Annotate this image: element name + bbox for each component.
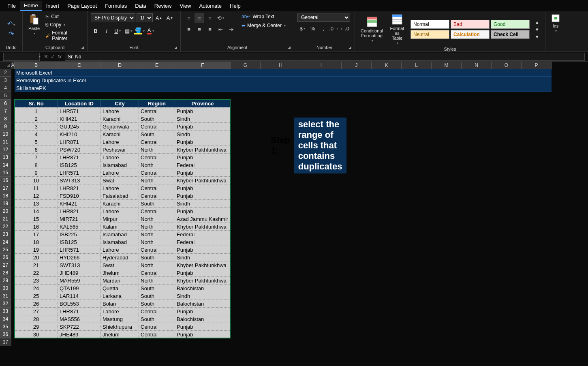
- cell[interactable]: Karachi: [101, 200, 139, 208]
- menu-page-layout[interactable]: Page Layout: [63, 1, 101, 11]
- cell[interactable]: Punjab: [175, 138, 231, 146]
- cell[interactable]: Khyber Pakhtunkhwa: [175, 261, 231, 269]
- cell[interactable]: SWT313: [58, 177, 101, 184]
- style-calculation[interactable]: Calculation: [451, 30, 490, 39]
- style-check-cell[interactable]: Check Cell: [491, 30, 530, 39]
- cell[interactable]: Central: [139, 138, 175, 146]
- decrease-font-icon[interactable]: A▼: [165, 13, 175, 23]
- cell[interactable]: Central: [139, 208, 175, 215]
- increase-decimal-icon[interactable]: .0→: [329, 24, 339, 33]
- cell[interactable]: Punjab: [175, 323, 231, 331]
- styles-scroll-up[interactable]: ▴: [532, 19, 542, 26]
- cell[interactable]: JHE489: [58, 269, 101, 277]
- align-center-icon[interactable]: ≡: [195, 24, 204, 34]
- cell[interactable]: LHR571: [58, 169, 101, 177]
- col-header-E[interactable]: E: [139, 62, 175, 69]
- cell[interactable]: Microsoft Excel: [15, 69, 552, 77]
- cell[interactable]: North: [139, 146, 175, 154]
- cell[interactable]: 10: [15, 177, 58, 184]
- row-header-21[interactable]: 21: [0, 215, 11, 223]
- cell[interactable]: 11: [15, 184, 58, 192]
- cell[interactable]: South: [139, 200, 175, 208]
- cell[interactable]: Sindh: [175, 292, 231, 300]
- cell[interactable]: 7: [15, 154, 58, 161]
- row-header-14[interactable]: 14: [0, 161, 11, 169]
- row-header-29[interactable]: 29: [0, 277, 11, 285]
- row-header-34[interactable]: 34: [0, 315, 11, 323]
- name-box[interactable]: [3, 53, 40, 61]
- cell[interactable]: Lahore: [101, 184, 139, 192]
- cell[interactable]: 3: [15, 123, 58, 131]
- cell[interactable]: 14: [15, 208, 58, 215]
- cell[interactable]: LHR571: [58, 246, 101, 254]
- cell[interactable]: Faisalabad: [101, 192, 139, 200]
- row-header-19[interactable]: 19: [0, 200, 11, 208]
- cell[interactable]: Quetta: [101, 285, 139, 292]
- decrease-indent-icon[interactable]: ⇤: [216, 24, 225, 34]
- cell[interactable]: 5: [15, 138, 58, 146]
- col-header-H[interactable]: H: [261, 62, 301, 69]
- row-header-32[interactable]: 32: [0, 300, 11, 308]
- cell[interactable]: 15: [15, 215, 58, 223]
- cell[interactable]: South: [139, 115, 175, 123]
- row-header-26[interactable]: 26: [0, 254, 11, 261]
- cell[interactable]: PSW720: [58, 146, 101, 154]
- col-header-K[interactable]: K: [372, 62, 402, 69]
- cell[interactable]: Lahore: [101, 308, 139, 315]
- cell[interactable]: 19: [15, 246, 58, 254]
- row-header-24[interactable]: 24: [0, 238, 11, 246]
- menu-review[interactable]: Review: [150, 1, 176, 11]
- cell[interactable]: North: [139, 261, 175, 269]
- row-header-11[interactable]: 11: [0, 138, 11, 146]
- cell[interactable]: Gujranwala: [101, 123, 139, 131]
- cell[interactable]: Larkana: [101, 292, 139, 300]
- cell[interactable]: Punjab: [175, 169, 231, 177]
- cell[interactable]: LHR871: [58, 308, 101, 315]
- border-button[interactable]: ▦▾: [124, 26, 133, 36]
- cell[interactable]: 16: [15, 223, 58, 231]
- cell[interactable]: Lahore: [101, 154, 139, 161]
- cell[interactable]: Central: [139, 246, 175, 254]
- cell[interactable]: Karachi: [101, 131, 139, 138]
- increase-font-icon[interactable]: A▲: [154, 13, 164, 23]
- menu-insert[interactable]: Insert: [42, 1, 64, 11]
- align-left-icon[interactable]: ≡: [184, 24, 194, 34]
- align-top-icon[interactable]: ≡: [184, 13, 194, 23]
- cell[interactable]: Punjab: [175, 107, 231, 115]
- cell[interactable]: Punjab: [175, 184, 231, 192]
- cell[interactable]: 20: [15, 254, 58, 261]
- merge-center-button[interactable]: ⬌Merge & Center▾: [240, 22, 287, 29]
- cell[interactable]: Islamabad: [101, 231, 139, 238]
- cell[interactable]: South: [139, 292, 175, 300]
- col-header-A[interactable]: A: [11, 62, 15, 69]
- col-header-F[interactable]: F: [175, 62, 231, 69]
- format-as-table-button[interactable]: Format as Table▾: [387, 13, 407, 46]
- insert-cells-button[interactable]: Ins▾: [549, 13, 562, 34]
- cell[interactable]: LAR114: [58, 292, 101, 300]
- font-dialog-launcher[interactable]: ◢: [174, 45, 179, 50]
- cell[interactable]: Jhelum: [101, 331, 139, 338]
- cell[interactable]: Central: [139, 184, 175, 192]
- col-header-B[interactable]: B: [15, 62, 58, 69]
- cell[interactable]: Punjab: [175, 269, 231, 277]
- cell[interactable]: Sr. No: [15, 100, 58, 107]
- cell[interactable]: LHR821: [58, 208, 101, 215]
- wrap-text-button[interactable]: ab↵Wrap Text: [240, 13, 287, 20]
- cell[interactable]: Khyber Pakhtunkhwa: [175, 277, 231, 285]
- menu-automate[interactable]: Automate: [195, 1, 226, 11]
- cell[interactable]: 24: [15, 285, 58, 292]
- cell[interactable]: South: [139, 300, 175, 308]
- cell[interactable]: Sindh: [175, 131, 231, 138]
- enter-formula-icon[interactable]: ✓: [51, 54, 55, 60]
- cell[interactable]: Central: [139, 323, 175, 331]
- cell[interactable]: KHI421: [58, 200, 101, 208]
- cell[interactable]: Swat: [101, 177, 139, 184]
- cell[interactable]: MAS556: [58, 315, 101, 323]
- cell[interactable]: Federal: [175, 238, 231, 246]
- cell[interactable]: North: [139, 238, 175, 246]
- cell[interactable]: North: [139, 215, 175, 223]
- cell[interactable]: LHR871: [58, 154, 101, 161]
- row-header-3[interactable]: 3: [0, 77, 11, 84]
- cell[interactable]: Azad Jammu Kashmir: [175, 215, 231, 223]
- clipboard-dialog-launcher[interactable]: ◢: [81, 45, 86, 50]
